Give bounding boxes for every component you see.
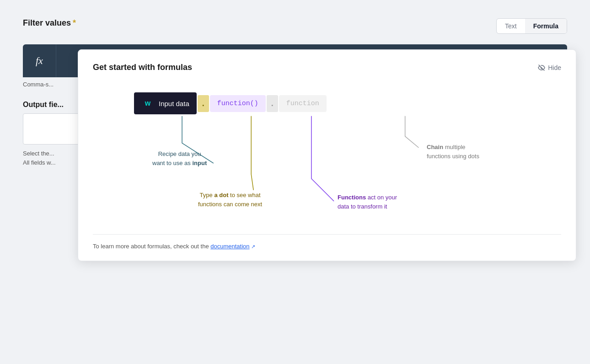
editor-divider (56, 44, 56, 77)
function-block-1: function() (210, 95, 266, 112)
formula-toggle-btn[interactable]: Formula (525, 19, 567, 33)
filter-values-header: Filter values * (23, 18, 567, 28)
external-link-icon: ↗ (251, 244, 255, 249)
fx-label: fx (23, 55, 56, 67)
input-data-block: w Input data (134, 92, 197, 114)
modal-title: Get started with formulas (93, 63, 192, 72)
page-background: Filter values * Text Formula fx Comma-s.… (0, 0, 590, 364)
workato-logo-icon: w (141, 97, 154, 110)
formulas-modal: Get started with formulas Hide (78, 49, 576, 261)
dot-separator-1: . (198, 95, 209, 112)
hide-label: Hide (548, 64, 561, 71)
eye-slash-icon (538, 64, 545, 71)
formula-blocks-row: w Input data . function() . function (134, 92, 327, 114)
modal-header: Get started with formulas Hide (93, 63, 561, 72)
function-block-2: function (279, 95, 327, 112)
annotation-input: Recipe data you want to use as input (152, 150, 207, 167)
annotation-function: Functions act on your data to transform … (338, 193, 397, 211)
footer-text: To learn more about formulas, check out … (93, 243, 209, 250)
hide-button[interactable]: Hide (538, 64, 561, 71)
modal-footer: To learn more about formulas, check out … (93, 234, 561, 250)
filter-values-title: Filter values (23, 18, 71, 28)
documentation-link[interactable]: documentation (210, 243, 249, 250)
output-input-box[interactable] (23, 113, 82, 145)
diagram-area: w Input data . function() . function Rec… (93, 83, 561, 230)
text-toggle-btn[interactable]: Text (497, 19, 525, 33)
dot-separator-2: . (267, 95, 278, 112)
required-star: * (73, 18, 76, 28)
annotation-chain: Chain multiple functions using dots (427, 143, 479, 161)
annotation-dot: Type a dot to see what functions can com… (198, 191, 262, 209)
input-data-label: Input data (159, 100, 189, 107)
text-formula-toggle[interactable]: Text Formula (496, 18, 567, 34)
